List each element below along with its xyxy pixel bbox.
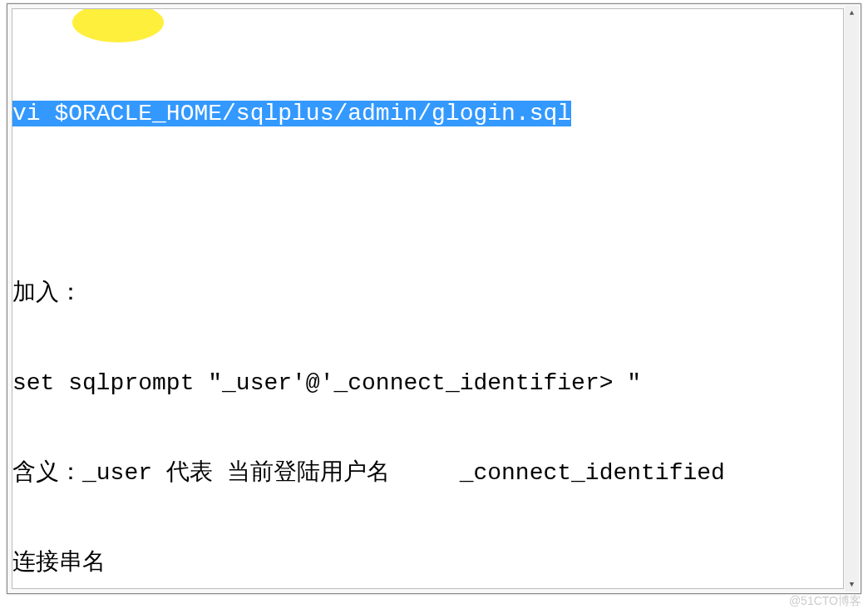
document-frame: vi $ORACLE_HOME/sqlplus/admin/glogin.sql…: [7, 3, 861, 594]
sqlprompt-setting: set sqlprompt ″_user'@'_connect_identifi…: [12, 369, 843, 399]
vertical-scrollbar[interactable]: ▲ ▼: [845, 6, 859, 592]
vi-command-selected: vi $ORACLE_HOME/sqlplus/admin/glogin.sql: [12, 101, 571, 126]
scroll-up-arrow-icon[interactable]: ▲: [845, 6, 859, 20]
command-line-wrap: vi $ORACLE_HOME/sqlplus/admin/glogin.sql: [12, 99, 843, 129]
section-add-header: 加入：: [12, 279, 843, 309]
watermark-text: @51CTO博客: [789, 594, 861, 609]
scroll-down-arrow-icon[interactable]: ▼: [845, 577, 859, 592]
meaning-explanation-2: 连接串名: [12, 548, 843, 578]
content-area: vi $ORACLE_HOME/sqlplus/admin/glogin.sql…: [12, 8, 844, 589]
blank-line: [12, 189, 843, 219]
highlight-marker: [72, 8, 164, 42]
document-content: vi $ORACLE_HOME/sqlplus/admin/glogin.sql…: [12, 9, 843, 589]
meaning-explanation-1: 含义：_user 代表 当前登陆用户名 _connect_identified: [12, 458, 843, 488]
